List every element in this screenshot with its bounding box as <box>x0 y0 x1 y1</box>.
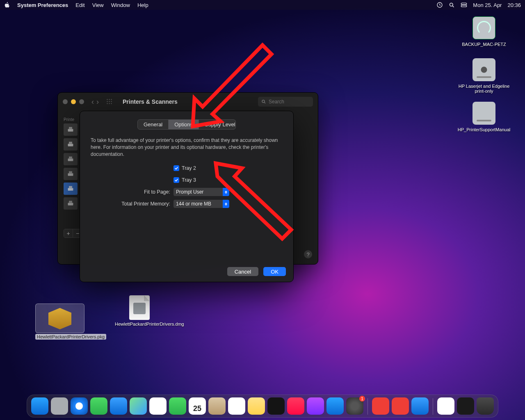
svg-rect-8 <box>68 144 73 146</box>
tab-options[interactable]: Options <box>169 120 199 129</box>
tray2-checkbox[interactable] <box>173 165 179 171</box>
options-sheet: General Options Supply Levels To take fu… <box>80 111 294 282</box>
window-title: Printers & Scanners <box>123 98 178 105</box>
dock-tv[interactable] <box>267 397 285 415</box>
dock-hp[interactable] <box>411 397 429 415</box>
dock-anydesk[interactable] <box>372 397 389 415</box>
svg-rect-16 <box>68 203 73 205</box>
tray3-checkbox[interactable] <box>173 177 179 183</box>
svg-rect-10 <box>68 158 73 161</box>
dock-finder[interactable] <box>31 397 48 415</box>
traffic-lights[interactable] <box>63 99 84 104</box>
dock-photos[interactable] <box>149 397 167 415</box>
svg-rect-17 <box>69 201 72 203</box>
dock-trash[interactable] <box>477 397 494 415</box>
timemachine-disk-icon <box>472 16 495 39</box>
search-icon <box>261 99 266 104</box>
dock-calendar[interactable]: 25 <box>189 397 206 415</box>
printer-item[interactable] <box>64 168 78 180</box>
menubar: System Preferences Edit View Window Help… <box>0 0 525 10</box>
svg-rect-9 <box>69 142 72 144</box>
dock-doc-1[interactable] <box>437 397 454 415</box>
svg-rect-2 <box>461 3 467 5</box>
printer-item[interactable] <box>64 138 78 151</box>
dock-reminders[interactable] <box>228 397 245 415</box>
grid-icon[interactable] <box>106 98 113 105</box>
svg-point-5 <box>262 100 265 103</box>
dock-music[interactable] <box>287 397 304 415</box>
desktop-label: BACKUP_MAC-PETZ <box>459 42 509 47</box>
add-printer-button[interactable]: + <box>64 229 73 237</box>
dock-settings[interactable]: 1 <box>346 397 363 415</box>
dock-appstore[interactable] <box>326 397 344 415</box>
dock-anydesk-2[interactable] <box>392 397 409 415</box>
desktop-label: HewlettPackardPrinterDrivers.pkg <box>35 334 106 340</box>
dock-doc-2[interactable] <box>457 397 474 415</box>
dock-maps[interactable] <box>130 397 147 415</box>
total-memory-select[interactable]: 144 or more MB <box>173 200 229 208</box>
badge: 1 <box>359 396 365 402</box>
tab-segmented: General Options Supply Levels <box>137 119 236 130</box>
app-name[interactable]: System Preferences <box>17 2 68 8</box>
svg-rect-12 <box>68 173 73 176</box>
desktop-label: HP Laserjet and Edgeline print-only <box>455 84 513 94</box>
menu-edit[interactable]: Edit <box>75 2 84 8</box>
dmg-icon <box>129 295 150 320</box>
dock-contacts[interactable] <box>208 397 226 415</box>
drive-icon <box>472 102 495 125</box>
menubar-time[interactable]: 20:36 <box>507 2 521 8</box>
timemachine-icon[interactable] <box>436 2 443 8</box>
tray3-label: Tray 3 <box>182 177 196 183</box>
total-memory-label: Total Printer Memory: <box>87 201 173 207</box>
tab-supply-levels[interactable]: Supply Levels <box>199 120 236 129</box>
search-input[interactable]: Search <box>258 97 313 107</box>
tray2-label: Tray 2 <box>182 165 196 171</box>
dock: 25 1 <box>27 395 498 418</box>
printer-item[interactable] <box>64 197 78 210</box>
dock-separator <box>368 398 368 415</box>
tab-general[interactable]: General <box>138 120 169 129</box>
dock-notes[interactable] <box>248 397 265 415</box>
svg-rect-11 <box>69 157 72 159</box>
menubar-date[interactable]: Mon 25. Apr <box>473 2 502 8</box>
printer-item-selected[interactable] <box>64 183 78 195</box>
dock-mail[interactable] <box>110 397 127 415</box>
svg-rect-6 <box>68 129 73 131</box>
menu-view[interactable]: View <box>92 2 104 8</box>
spotlight-icon[interactable] <box>449 2 455 8</box>
back-button[interactable]: ‹ <box>91 98 94 106</box>
help-button[interactable]: ? <box>304 250 312 258</box>
svg-rect-14 <box>68 188 73 190</box>
ok-button[interactable]: OK <box>263 267 286 276</box>
dock-launchpad[interactable] <box>51 397 68 415</box>
desktop-drive-2[interactable]: HP_PrinterSupportManual <box>457 102 511 132</box>
svg-point-4 <box>481 67 487 73</box>
package-icon <box>46 306 74 329</box>
cancel-button[interactable]: Cancel <box>227 267 258 276</box>
dock-messages[interactable] <box>90 397 107 415</box>
sidebar-header: Printe <box>64 117 80 122</box>
desktop-drive-1[interactable]: HP Laserjet and Edgeline print-only <box>455 58 513 94</box>
printer-item[interactable] <box>64 123 78 136</box>
printer-item[interactable] <box>64 153 78 165</box>
apple-icon[interactable] <box>4 2 10 8</box>
fit-to-page-select[interactable]: Prompt User <box>173 188 229 196</box>
menu-help[interactable]: Help <box>137 2 148 8</box>
info-text: To take full advantage of your printer's… <box>91 137 283 158</box>
drive-icon <box>472 58 495 81</box>
forward-button[interactable]: › <box>96 98 99 106</box>
desktop-backup-disk[interactable]: BACKUP_MAC-PETZ <box>459 16 509 47</box>
svg-rect-15 <box>69 186 72 188</box>
desktop-pkg[interactable]: HewlettPackardPrinterDrivers.pkg <box>35 304 84 340</box>
printer-sidebar: Printe <box>64 117 80 212</box>
menu-window[interactable]: Window <box>111 2 130 8</box>
desktop-dmg[interactable]: HewlettPackardPrinterDrivers.dmg <box>115 295 164 326</box>
dock-facetime[interactable] <box>169 397 186 415</box>
desktop-label: HP_PrinterSupportManual <box>457 127 511 132</box>
fit-to-page-label: Fit to Page: <box>87 189 173 195</box>
desktop-label: HewlettPackardPrinterDrivers.dmg <box>115 322 164 326</box>
dock-separator <box>433 398 433 415</box>
dock-podcasts[interactable] <box>307 397 324 415</box>
control-center-icon[interactable] <box>461 2 467 8</box>
dock-safari[interactable] <box>71 397 88 415</box>
